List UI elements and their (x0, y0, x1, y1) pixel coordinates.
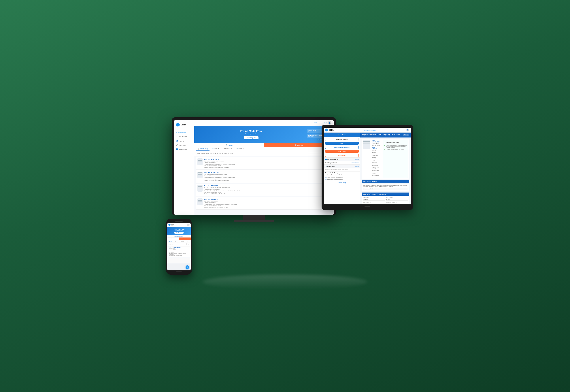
mobile-list-item[interactable]: John Doe (BP8PTMV6) Signature Status Dru… (168, 246, 190, 257)
add-attachment-link[interactable]: + Add (355, 166, 359, 167)
activity-item-3: 👁 Casey Manager viewed this form (325, 179, 359, 181)
scene: ✓ OkRx ⊞ Dashboard ＋ New Request (157, 114, 413, 278)
group-info-row: Test Program Ontario Remove Group (324, 161, 360, 164)
tab-forms[interactable]: 📋 Forms (194, 143, 264, 147)
attachments-empty: This form does not have any attachment (324, 168, 360, 171)
mobile-view-activity[interactable]: View Account Activity → (167, 235, 191, 238)
user-avatar[interactable]: 👤 (328, 121, 332, 125)
eye-icon-3: 👁 (325, 179, 327, 181)
phone-value: 9053390022 (386, 204, 408, 204)
care-groups-label: Care Groups (179, 148, 187, 150)
mobile-search-input[interactable] (168, 243, 187, 245)
remove-group-link[interactable]: Remove Group (351, 162, 359, 163)
main-tabs: 📋 Forms 📧 Services (194, 143, 334, 147)
hero-subtitle: Click to get started (197, 133, 305, 135)
subtab-sent[interactable]: 📧 Sent (44) (210, 147, 221, 151)
sig-item-1: ✓ Patient Signature (if under 16 years o… (384, 145, 407, 148)
list-item[interactable]: John Doe (BP8PTMV6) Drug Name: HAQLIMA 4… (196, 157, 332, 169)
mobile-new-request-button[interactable]: New Request (174, 232, 184, 234)
sidebar-logo: ✓ OkRx (174, 122, 194, 129)
prescribers-label: Prescribers (179, 144, 186, 146)
add-group-link[interactable]: + Add (355, 159, 359, 160)
mobile-list-item-2[interactable] (168, 258, 190, 263)
logo-text: OkRx (181, 124, 186, 126)
sidebar-item-prescribers[interactable]: 🖊 Prescribers (174, 143, 194, 147)
help-badge[interactable]: Help ⓘ (403, 134, 409, 136)
mobile-tab-forms[interactable]: Forms (167, 238, 179, 240)
sidebar-item-care-groups[interactable]: 👥 Care Groups (174, 147, 194, 151)
patient-list: John Doe (BP8PTMV6) Drug Name: HAQLIMA 4… (194, 156, 334, 215)
mobile-subtabs: Current Sent Archived Fl. (167, 240, 191, 242)
mobile-app-name: OkRx (171, 224, 175, 226)
other-actions-button[interactable]: Other Actions (325, 154, 359, 157)
monitor-stand (243, 215, 265, 220)
drug-info-box: DRUG INFORMATION Name of Drug: AIMOVIG 7… (362, 139, 409, 179)
mobile-avatar[interactable] (187, 224, 190, 226)
subtab-archived[interactable]: 🗂 Archived (0) (222, 147, 234, 151)
list-item[interactable]: John Doe (PF3734JK) Drug Name: HAQLIMA P… (196, 183, 332, 196)
sidebar-item-new-request[interactable]: ＋ New Request (174, 134, 194, 139)
form-thumbnail (197, 198, 203, 205)
sig-item-2: ✓ Prescriber Signature signed by Prescri… (384, 149, 407, 151)
subtab-current[interactable]: 📋 Current (137) (196, 147, 209, 151)
prescriber-line: Currently No Prescriber (204, 162, 320, 163)
activity-history-title: Form Activity History (325, 172, 359, 173)
hero-banner: Forms Made Easy Click to get started New… (194, 126, 334, 143)
list-item[interactable]: John Doe (882PPFPX) Drug Name: AIMOVIG 7… (196, 197, 332, 210)
search-input[interactable] (196, 152, 323, 155)
sidebar-item-dashboard[interactable]: ⊞ Dashboard (174, 130, 194, 134)
mobile-fab-button[interactable]: + (186, 265, 189, 269)
mobile-search-row: ▼ (167, 242, 191, 246)
tablet-welcome: Welcome John Doe! (364, 129, 376, 131)
patient-info-section-header: SECTION I – PATIENT INFORMATION (362, 193, 409, 196)
activity-item-1: 👁 Casey Manager viewed this form (325, 174, 359, 176)
welcome-text: Welcome John Doe! (314, 122, 327, 124)
form-thumbnail (197, 185, 203, 192)
all-activity-link[interactable]: All Form Activity (325, 181, 359, 184)
patients-icon: 👤 (176, 140, 178, 142)
tablet-home-button[interactable] (364, 206, 370, 207)
care-coordinator-description: The Care Coordinator who will be contact… (363, 185, 408, 187)
mobile-subtab-current[interactable]: Current (167, 240, 173, 242)
attachments-title: 📎 Attachments (325, 166, 335, 167)
first-name-value: Homer (386, 199, 408, 201)
tablet-body: ✓ OkRx Welcome John Doe! 👤 ◆ Actions (321, 125, 413, 210)
prescribers-icon: 🖊 (176, 144, 178, 146)
patient-info: John Doe (882PPFPX) Drug Name: AIMOVIG 7… (204, 198, 331, 208)
phone-label: Telephone Number ⓘ (386, 201, 408, 203)
mobile-home-indicator[interactable] (176, 271, 182, 272)
tablet-avatar[interactable]: 👤 (406, 128, 409, 131)
logo-icon: ✓ (176, 123, 180, 126)
mobile-filter-button[interactable]: ▼ (187, 243, 190, 245)
description: Description: Green Shield - Migraine Pre… (372, 153, 380, 175)
sig-text-1: Patient Signature (if under 16 years of … (386, 145, 407, 148)
surname-label: Surname ⓘ (363, 197, 385, 198)
mobile-subtab-sent[interactable]: Sent (173, 240, 179, 242)
topbar: Welcome John Doe! 👤 (194, 120, 334, 126)
care-coordinator-input[interactable] (363, 188, 408, 190)
mobile-logo-icon: ✓ (168, 224, 171, 226)
show-hide-button[interactable]: Show/Hide Sections (325, 138, 359, 141)
eye-icon-1: 👁 (325, 174, 327, 176)
tablet-logo-icon: ✓ (325, 128, 328, 131)
mobile-subtab-archived[interactable]: Archived (179, 240, 185, 242)
mobile-patient-list: John Doe (BP8PTMV6) Signature Status Dru… (167, 246, 191, 264)
care-groups-icon: 👥 (176, 148, 178, 150)
sidebar-item-patients[interactable]: 👤 Patients (174, 139, 194, 143)
send-to-plan-button[interactable]: Send To Plan (325, 150, 359, 153)
request-sigs-button[interactable]: Request Info or Signatures (325, 146, 359, 149)
patient-name: John Doe (9DYG791W) (204, 172, 331, 173)
form-content: DRUG INFORMATION Name of Drug: AIMOVIG 7… (360, 138, 411, 204)
tablet-app-name: OkRx (329, 129, 334, 131)
mobile-tab-services[interactable]: Services (179, 238, 191, 240)
drug-name-label: Name of Drug: AIMOVIG 70MG (372, 143, 380, 146)
tablet-logo: ✓ OkRx (325, 128, 334, 131)
list-item[interactable]: John Doe (9DYG791W) Drug Name: HAQLIMA 4… (196, 170, 332, 183)
mobile-subtab-fl[interactable]: Fl. (185, 240, 191, 242)
new-request-button[interactable]: New Request (244, 136, 258, 139)
save-button[interactable]: Save (325, 142, 359, 145)
dob-group: Date of Birth ⓘ 1970/01/01 (363, 201, 385, 204)
phone-group: Telephone Number ⓘ 9053390022 (386, 201, 408, 204)
form-title: Migraine Prevention (CGRP Antagonist) - … (362, 134, 400, 136)
subtab-search-all[interactable]: 🔍 Search All (235, 147, 246, 151)
